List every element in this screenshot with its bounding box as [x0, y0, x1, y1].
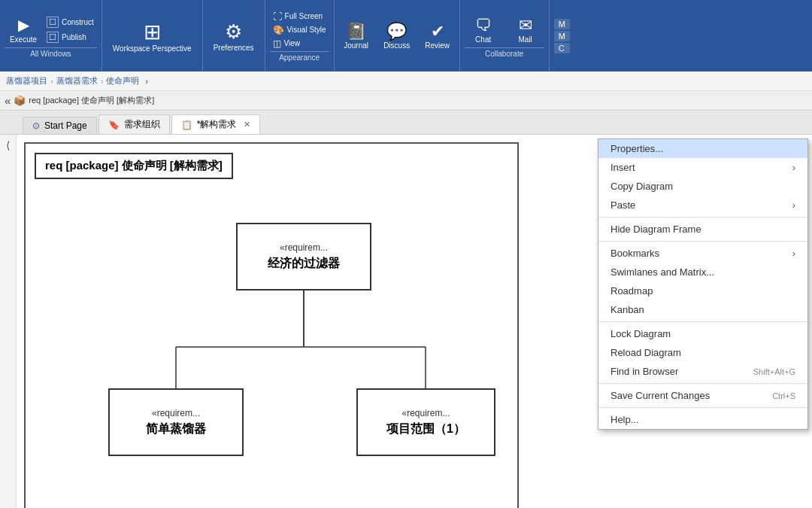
box1-name: 经济的过滤器: [268, 256, 340, 272]
discuss-button[interactable]: 💬 Discuss: [378, 20, 416, 52]
left-panel: ⟨: [0, 135, 17, 508]
find-in-browser-shortcut: Shift+Alt+G: [753, 367, 795, 376]
main-diagram-icon: 📋: [181, 120, 192, 130]
diagram-canvas[interactable]: req [package] 使命声明 [解构需求] «requirem... 经…: [17, 135, 812, 508]
start-page-icon: ⊙: [32, 120, 40, 131]
workspace-perspective-button[interactable]: ⊞ Workspace Perspective: [108, 17, 196, 55]
diagram-frame: req [package] 使命声明 [解构需求] «requirem... 经…: [24, 142, 519, 508]
nav-back-arrow[interactable]: «: [5, 94, 11, 107]
find-in-browser-label: Find in Browser: [611, 366, 678, 377]
view-icon: ◫: [273, 38, 281, 49]
context-menu-insert[interactable]: Insert ›: [598, 158, 807, 177]
req-box-2[interactable]: «requirem... 简单蒸馏器: [108, 388, 244, 456]
ribbon: ▶ Execute ☐ Construct ☐ Publish All Wind…: [0, 0, 812, 71]
breadcrumb-item-1[interactable]: 蒸馏器项目: [6, 75, 47, 87]
workspace-label: Workspace Perspective: [113, 44, 192, 53]
xujiu-icon: 🔖: [108, 120, 120, 130]
divider-2: [598, 241, 807, 242]
context-menu-hide-diagram-frame[interactable]: Hide Diagram Frame: [598, 220, 807, 239]
tab-main-diagram[interactable]: 📋 *解构需求 ✕: [171, 114, 261, 134]
main-area: ⟨ req [package] 使命声明 [解构需求] «requirem...…: [0, 135, 812, 508]
full-screen-button[interactable]: ⛶ Full Screen: [270, 11, 329, 23]
context-menu-bookmarks[interactable]: Bookmarks ›: [598, 244, 807, 263]
reload-diagram-label: Reload Diagram: [611, 347, 681, 358]
nav-pkg-icon: 📦: [14, 95, 26, 106]
full-screen-icon: ⛶: [273, 11, 282, 22]
context-menu-help[interactable]: Help...: [598, 410, 807, 429]
nav-pkg-label: req [package] 使命声明 [解构需求]: [29, 95, 154, 106]
close-tab-icon[interactable]: ✕: [244, 120, 250, 129]
paste-arrow: ›: [792, 199, 795, 211]
view-label: View: [284, 39, 301, 47]
tab-bar: ⊙ Start Page 🔖 需求组织 📋 *解构需求 ✕: [0, 111, 812, 135]
req-box-3[interactable]: «requirem... 项目范围（1）: [356, 388, 495, 456]
xujiu-label: 需求组织: [124, 118, 160, 131]
breadcrumb-item-3[interactable]: 使命声明: [106, 75, 139, 87]
context-menu-copy-diagram[interactable]: Copy Diagram: [598, 177, 807, 196]
req-box-1[interactable]: «requirem... 经济的过滤器: [236, 223, 371, 291]
breadcrumb-item-2[interactable]: 蒸馏器需求: [56, 75, 98, 87]
divider-5: [598, 407, 807, 408]
discuss-icon: 💬: [386, 22, 407, 41]
execute-icon: ▶: [18, 16, 29, 34]
panel-icon[interactable]: ⟨: [5, 138, 11, 153]
context-menu-save-current[interactable]: Save Current Changes Ctrl+S: [598, 386, 807, 405]
box1-stereo: «requirem...: [280, 242, 328, 253]
visual-style-icon: 🎨: [273, 25, 284, 35]
execute-button[interactable]: ▶ Execute: [5, 14, 42, 46]
context-menu: Properties... Insert › Copy Diagram Past…: [598, 138, 808, 430]
view-button[interactable]: ◫ View: [270, 38, 329, 50]
context-menu-paste[interactable]: Paste ›: [598, 196, 807, 214]
divider-4: [598, 383, 807, 384]
tab-xujiu[interactable]: 🔖 需求组织: [98, 114, 170, 134]
breadcrumb-sep-1: ›: [50, 77, 53, 86]
review-button[interactable]: ✔ Review: [419, 20, 456, 52]
preferences-button[interactable]: ⚙ Preferences: [209, 18, 259, 54]
tab-start-page[interactable]: ⊙ Start Page: [23, 117, 97, 134]
construct-button[interactable]: ☐ Construct: [44, 16, 97, 29]
properties-label: Properties...: [611, 143, 663, 154]
box2-stereo: «requirem...: [152, 408, 200, 418]
mail-icon: ✉: [519, 16, 532, 35]
m-button-1[interactable]: M: [554, 19, 570, 29]
workspace-icon: ⊞: [144, 20, 161, 44]
chat-label: Chat: [475, 35, 491, 44]
context-menu-kanban[interactable]: Kanban: [598, 300, 807, 319]
divider-3: [598, 321, 807, 322]
c-button[interactable]: C: [554, 43, 570, 53]
main-diagram-label: *解构需求: [197, 118, 237, 131]
hide-diagram-frame-label: Hide Diagram Frame: [611, 224, 701, 235]
box3-stereo: «requirem...: [401, 408, 450, 418]
full-screen-label: Full Screen: [285, 12, 323, 20]
publish-label: Publish: [62, 33, 86, 41]
box2-name: 简单蒸馏器: [146, 421, 206, 437]
box3-name: 项目范围（1）: [386, 421, 465, 437]
construct-label: Construct: [62, 18, 94, 26]
mail-button[interactable]: ✉ Mail: [507, 14, 544, 46]
context-menu-lock-diagram[interactable]: Lock Diagram: [598, 324, 807, 343]
preferences-label: Preferences: [214, 44, 254, 52]
context-menu-roadmap[interactable]: Roadmap: [598, 281, 807, 300]
chat-icon: 🗨: [475, 16, 492, 35]
visual-style-label: Visual Style: [287, 26, 326, 34]
context-menu-swimlanes[interactable]: Swimlanes and Matrix...: [598, 263, 807, 281]
help-label: Help...: [611, 414, 639, 425]
visual-style-button[interactable]: 🎨 Visual Style: [270, 24, 329, 36]
context-menu-reload-diagram[interactable]: Reload Diagram: [598, 343, 807, 362]
journal-icon: 📓: [346, 22, 366, 41]
review-label: Review: [425, 41, 450, 50]
context-menu-properties[interactable]: Properties...: [598, 139, 807, 158]
save-current-label: Save Current Changes: [611, 390, 710, 401]
publish-button[interactable]: ☐ Publish: [44, 31, 97, 44]
chat-button[interactable]: 🗨 Chat: [465, 14, 502, 46]
journal-button[interactable]: 📓 Journal: [338, 20, 375, 52]
divider-1: [598, 217, 807, 217]
start-page-label: Start Page: [44, 120, 87, 131]
diagram-title: req [package] 使命声明 [解构需求]: [35, 153, 233, 179]
collaborate-label: Collaborate: [465, 47, 544, 58]
context-menu-find-in-browser[interactable]: Find in Browser Shift+Alt+G: [598, 362, 807, 381]
m-button-2[interactable]: M: [554, 31, 570, 41]
appearance-label: Appearance: [270, 51, 329, 62]
discuss-label: Discuss: [383, 41, 410, 50]
roadmap-label: Roadmap: [611, 285, 653, 297]
